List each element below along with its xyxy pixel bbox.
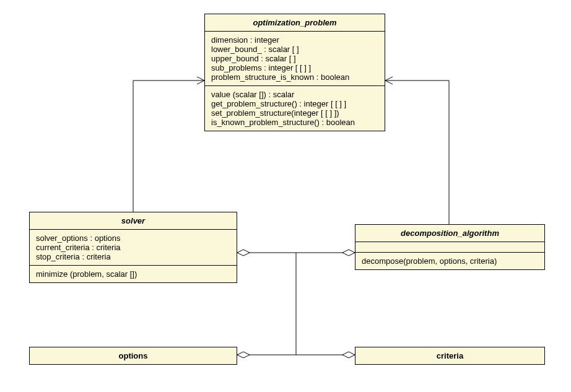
title-text: criteria <box>437 351 463 360</box>
class-criteria: criteria <box>355 347 545 365</box>
op: is_known_problem_structure() : boolean <box>211 118 378 127</box>
class-title: decomposition_algorithm <box>355 225 544 242</box>
op: decompose(problem, options, criteria) <box>362 256 538 266</box>
diamond-icon <box>237 250 250 256</box>
attributes-section: dimension : integer lower_bound_ : scala… <box>205 32 385 86</box>
operations-section: decompose(problem, options, criteria) <box>355 253 544 269</box>
title-text: options <box>119 351 148 360</box>
class-decomposition-algorithm: decomposition_algorithm decompose(proble… <box>355 224 545 270</box>
title-text: optimization_problem <box>253 18 336 27</box>
attr: stop_criteria : criteria <box>36 252 230 261</box>
class-solver: solver solver_options : options current_… <box>29 212 237 283</box>
op: set_problem_structure(integer [ [ ] ]) <box>211 108 378 118</box>
title-text: decomposition_algorithm <box>401 229 499 238</box>
arrowhead-open <box>385 77 393 84</box>
connector-decomp-to-optprob <box>385 81 449 224</box>
class-optimization-problem: optimization_problem dimension : integer… <box>204 14 385 131</box>
attr: upper_bound : scalar [ ] <box>211 54 378 63</box>
class-title: options <box>30 347 237 364</box>
op: value (scalar []) : scalar <box>211 90 378 99</box>
attr: lower_bound_ : scalar [ ] <box>211 45 378 54</box>
operations-section: minimize (problem, scalar []) <box>30 266 237 282</box>
op: minimize (problem, scalar []) <box>36 269 230 279</box>
attr: current_criteria : criteria <box>36 243 230 252</box>
diagram-canvas: optimization_problem dimension : integer… <box>0 0 571 392</box>
attributes-section: solver_options : options current_criteri… <box>30 230 237 266</box>
attributes-section <box>355 242 544 253</box>
diamond-icon <box>342 352 355 358</box>
class-title: solver <box>30 212 237 230</box>
attr: sub_problems : integer [ [ ] ] <box>211 63 378 72</box>
operations-section: value (scalar []) : scalar get_problem_s… <box>205 86 385 131</box>
op: get_problem_structure() : integer [ [ ] … <box>211 99 378 108</box>
class-options: options <box>29 347 237 365</box>
class-title: optimization_problem <box>205 14 385 32</box>
connector-solver-to-optprob <box>133 81 204 212</box>
class-title: criteria <box>355 347 544 364</box>
title-text: solver <box>121 216 145 225</box>
diamond-icon <box>237 352 250 358</box>
diamond-icon <box>342 250 355 256</box>
attr: problem_structure_is_known : boolean <box>211 72 378 82</box>
arrowhead-open <box>197 77 204 84</box>
attr: dimension : integer <box>211 35 378 45</box>
attr: solver_options : options <box>36 233 230 243</box>
